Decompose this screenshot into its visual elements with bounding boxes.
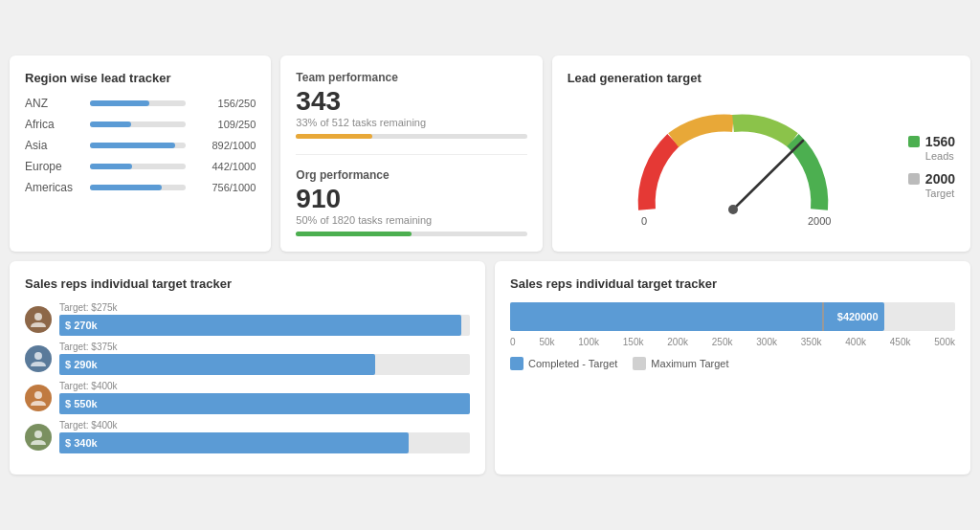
sales-reps-right-card: Sales reps individual target tracker $42… [495, 261, 970, 475]
rep-bar-label: $ 550k [65, 398, 98, 409]
region-bar-container [90, 164, 186, 169]
x-axis-label: 0 [510, 337, 516, 347]
perf-divider [296, 154, 526, 155]
region-value: 892/1000 [193, 140, 256, 151]
svg-point-2 [34, 313, 42, 320]
completed-legend-box [510, 357, 523, 370]
max-legend-item: Maximum Target [633, 357, 728, 370]
rep-bar-label: $ 290k [65, 359, 98, 370]
target-legend-item: 2000 Target [908, 171, 955, 199]
dashboard: Region wise lead tracker ANZ 156/250 Afr… [10, 55, 970, 475]
performance-card: Team performance 343 33% of 512 tasks re… [280, 55, 542, 252]
team-perf-bar-bg [296, 134, 526, 139]
leads-value: 1560 [925, 134, 955, 150]
rep-bar-bg: $ 550k [59, 393, 470, 414]
rep-bar-bg: $ 340k [59, 432, 470, 453]
rep-target-label: Target: $375k [59, 342, 470, 352]
region-tracker-card: Region wise lead tracker ANZ 156/250 Afr… [10, 55, 271, 252]
sales-rep-group: Target: $400k$ 550k [25, 381, 470, 414]
x-axis-label: 200k [667, 337, 688, 347]
sales-reps-right-title: Sales reps individual target tracker [510, 276, 955, 291]
region-bar-container [90, 143, 186, 148]
org-perf-value: 910 [296, 186, 526, 212]
lead-generation-card: Lead generation target [552, 55, 970, 252]
rep-avatar [25, 345, 52, 372]
rep-bar-fill: $ 550k [59, 393, 470, 414]
org-performance-section: Org performance 910 50% of 1820 tasks re… [296, 168, 526, 236]
region-bar-container [90, 121, 186, 127]
completed-legend-item: Completed - Target [510, 357, 617, 370]
gauge-max-label: 2000 [808, 215, 831, 227]
sales-rep-row: Target: $400k$ 550k [25, 381, 470, 414]
max-legend-label: Maximum Target [651, 358, 728, 369]
region-value: 109/250 [193, 119, 256, 130]
rep-target-label: Target: $400k [59, 381, 470, 391]
region-bar-container [90, 100, 186, 106]
region-bar [90, 100, 149, 106]
x-axis-label: 400k [845, 337, 866, 347]
leads-legend-text: 1560 Leads [925, 134, 955, 162]
team-perf-value: 343 [296, 88, 526, 115]
target-value: 2000 [925, 171, 955, 188]
rep-bar-fill: $ 270k [59, 315, 461, 336]
x-axis-label: 350k [801, 337, 822, 347]
svg-line-0 [733, 141, 803, 210]
sales-rep-row: Target: $275k$ 270k [25, 302, 470, 336]
single-bar-bg: $420000 [510, 302, 955, 331]
svg-point-3 [34, 352, 42, 360]
completed-legend-label: Completed - Target [528, 358, 617, 369]
x-axis: 050k100k150k200k250k300k350k400k450k500k [510, 337, 955, 347]
org-perf-bar-fill [296, 232, 412, 236]
region-rows: ANZ 156/250 Africa 109/250 Asia 892/1000… [25, 97, 256, 194]
sales-reps-rows: Target: $275k$ 270kTarget: $375k$ 290kTa… [25, 302, 470, 453]
single-bar-label: $420000 [837, 311, 879, 322]
rep-avatar [25, 306, 52, 333]
single-target-line [822, 302, 824, 331]
gauge-min-label: 0 [641, 215, 647, 227]
rep-avatar [25, 424, 52, 451]
x-axis-label: 150k [623, 337, 644, 347]
chart-legend: Completed - Target Maximum Target [510, 357, 955, 370]
org-perf-sub: 50% of 1820 tasks remaining [296, 214, 526, 226]
region-bar [90, 185, 162, 190]
region-name: Africa [25, 118, 82, 131]
region-tracker-title: Region wise lead tracker [25, 71, 256, 85]
rep-target-label: Target: $275k [59, 302, 470, 313]
svg-point-4 [34, 391, 42, 399]
region-row: Europe 442/1000 [25, 160, 256, 173]
org-perf-title: Org performance [296, 168, 526, 182]
target-legend-text: 2000 Target [925, 171, 955, 199]
gauge-legend: 1560 Leads 2000 Target [899, 134, 955, 199]
sales-rep-row: Target: $375k$ 290k [25, 342, 470, 375]
gauge-container: 0 2000 1560 Leads 2 [568, 97, 955, 236]
x-axis-label: 100k [578, 337, 599, 347]
region-value: 442/1000 [193, 161, 256, 172]
rep-bar-fill: $ 290k [59, 354, 375, 375]
rep-bar-fill: $ 340k [59, 432, 409, 453]
region-bar [90, 143, 175, 148]
leads-legend-dot [908, 136, 920, 147]
region-bar [90, 164, 132, 169]
rep-avatar [25, 385, 52, 411]
x-axis-label: 250k [712, 337, 733, 347]
sales-rep-group: Target: $275k$ 270k [25, 302, 470, 336]
region-bar [90, 121, 131, 127]
bottom-row: Sales reps individual target tracker Tar… [10, 261, 970, 475]
region-bar-container [90, 185, 186, 190]
sales-reps-left-title: Sales reps individual target tracker [25, 276, 470, 291]
region-value: 156/250 [193, 98, 256, 109]
sales-rep-group: Target: $375k$ 290k [25, 342, 470, 375]
rep-bar-label: $ 340k [65, 437, 98, 449]
region-row: Asia 892/1000 [25, 139, 256, 152]
sales-rep-group: Target: $400k$ 340k [25, 420, 470, 453]
rep-target-label: Target: $400k [59, 420, 470, 431]
gauge-svg: 0 2000 [628, 104, 838, 229]
x-axis-label: 50k [539, 337, 554, 347]
region-name: Europe [25, 160, 82, 173]
single-bar-chart: $420000 050k100k150k200k250k300k350k400k… [510, 302, 955, 370]
team-perf-sub: 33% of 512 tasks remaining [296, 117, 526, 128]
leads-legend-item: 1560 Leads [908, 134, 955, 162]
sales-reps-left-card: Sales reps individual target tracker Tar… [10, 261, 485, 475]
team-perf-title: Team performance [296, 71, 526, 84]
gauge-svg-wrap: 0 2000 [568, 104, 899, 229]
